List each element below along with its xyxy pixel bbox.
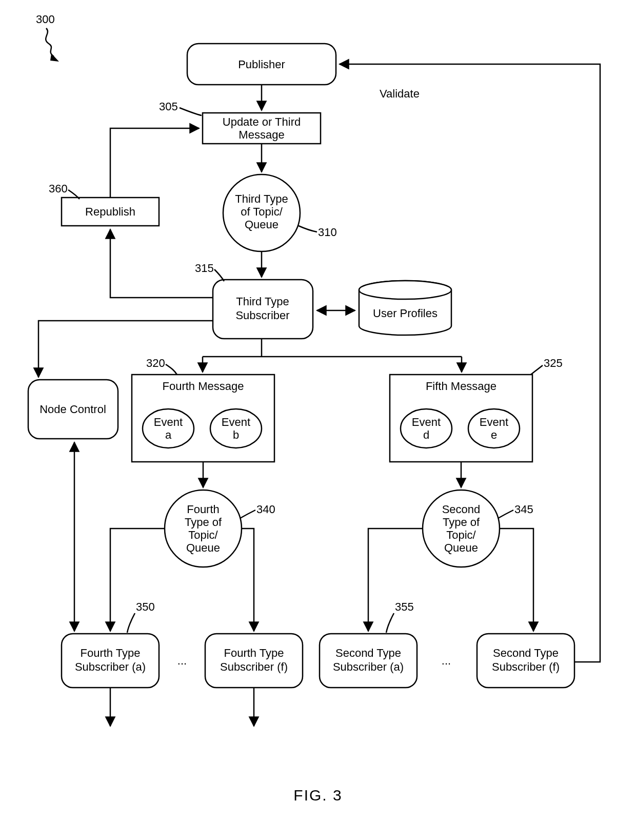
fourth-topic-l3: Topic/ <box>188 529 218 541</box>
event-b-l2: b <box>233 428 239 441</box>
second-topic-l1: Second <box>442 503 481 516</box>
ref315: 315 <box>195 262 214 275</box>
ellipsis-2: ... <box>442 654 451 667</box>
ellipsis-1: ... <box>177 654 187 667</box>
republish-label: Republish <box>85 205 135 218</box>
second-sub-f-l1: Second Type <box>493 647 559 659</box>
event-a-l1: Event <box>154 416 183 428</box>
second-sub-a-l2: Subscriber (a) <box>333 660 404 673</box>
ref340: 340 <box>256 503 275 516</box>
second-topic-l3: Topic/ <box>446 529 476 541</box>
event-a-l2: a <box>165 428 172 441</box>
fourth-sub-f-l2: Subscriber (f) <box>220 660 288 673</box>
third-sub-l2: Subscriber <box>235 309 289 322</box>
event-e-l2: e <box>491 428 497 441</box>
ref305: 305 <box>159 100 178 113</box>
event-d-l2: d <box>423 428 429 441</box>
fig-ref-number: 300 <box>36 13 55 26</box>
fourth-msg-title: Fourth Message <box>163 380 244 393</box>
second-sub-f-l2: Subscriber (f) <box>492 660 560 673</box>
update-msg-l1: Update or Third <box>223 115 301 128</box>
validate-label: Validate <box>380 87 420 100</box>
figure-caption: FIG. 3 <box>293 787 342 804</box>
update-msg-l2: Message <box>239 128 284 141</box>
fourth-sub-a-l2: Subscriber (a) <box>75 660 146 673</box>
ref360: 360 <box>49 182 68 195</box>
user-profiles-label: User Profiles <box>373 307 438 320</box>
third-topic-l2: of Topic/ <box>241 205 283 218</box>
second-topic-l2: Type of <box>443 516 480 529</box>
fourth-topic-l2: Type of <box>185 516 222 529</box>
publisher-label: Publisher <box>238 58 285 71</box>
event-e-l1: Event <box>480 416 508 428</box>
event-d-l1: Event <box>412 416 441 428</box>
third-sub-l1: Third Type <box>236 295 289 308</box>
ref310: 310 <box>318 226 337 239</box>
fourth-topic-l1: Fourth <box>187 503 220 516</box>
ref350: 350 <box>136 600 155 613</box>
third-topic-l1: Third Type <box>235 192 288 205</box>
fifth-msg-title: Fifth Message <box>426 380 496 393</box>
third-topic-l3: Queue <box>245 218 279 231</box>
fourth-sub-f-l1: Fourth Type <box>224 647 284 659</box>
second-sub-a-l1: Second Type <box>335 647 401 659</box>
ref355: 355 <box>395 600 414 613</box>
ref325: 325 <box>544 357 563 369</box>
svg-point-0 <box>359 281 451 299</box>
second-topic-l4: Queue <box>444 541 478 554</box>
event-b-l1: Event <box>222 416 250 428</box>
fourth-topic-l4: Queue <box>186 541 220 554</box>
fourth-sub-a-l1: Fourth Type <box>81 647 141 659</box>
diagram-canvas: 300 Publisher Update or Third Message 30… <box>0 0 636 840</box>
ref345: 345 <box>514 503 533 516</box>
node-control-label: Node Control <box>39 403 106 416</box>
ref320: 320 <box>146 357 165 369</box>
